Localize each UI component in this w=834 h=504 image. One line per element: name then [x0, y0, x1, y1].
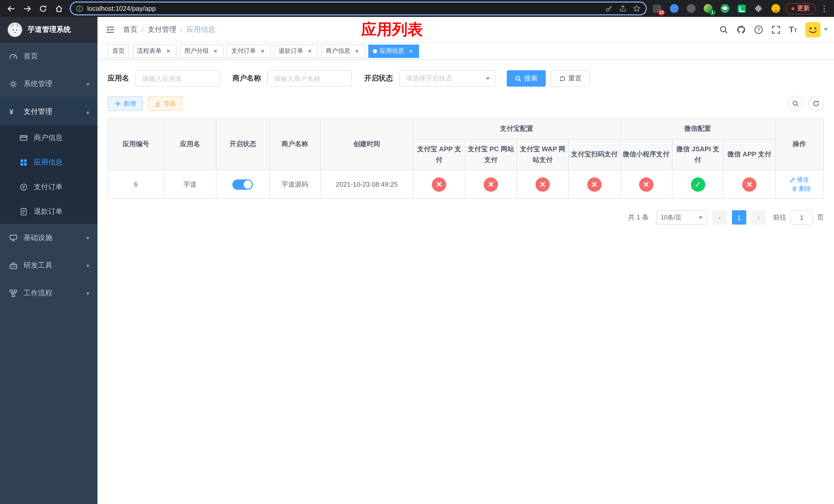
extension-icon-4[interactable]: 1: [703, 3, 713, 14]
close-icon[interactable]: ×: [353, 47, 360, 54]
tab-user-group[interactable]: 用户分组 ×: [179, 44, 224, 58]
address-bar[interactable]: localhost:1024/pay/app: [70, 2, 647, 15]
browser-back-icon[interactable]: [5, 2, 18, 15]
extension-wechat-glyph: [720, 4, 729, 13]
col-header-alipay-app: 支付宝 APP 支付: [413, 139, 465, 170]
font-size-icon[interactable]: TT: [789, 25, 797, 34]
table-tools: [788, 96, 824, 111]
sidebar-item-system[interactable]: 系统管理 ▾: [0, 70, 97, 98]
delete-button[interactable]: 删除: [792, 185, 811, 193]
edit-button[interactable]: 修改: [790, 176, 809, 184]
sidebar-item-merchant-info[interactable]: 商户信息: [0, 125, 97, 150]
cell-alipay-pc: [465, 170, 517, 199]
tab-pay-order[interactable]: 支付订单 ×: [227, 44, 271, 58]
help-icon[interactable]: ?: [754, 25, 763, 34]
sidebar-item-refund-order[interactable]: 退款订单: [0, 200, 97, 224]
sidebar-item-label: 基础设施: [24, 233, 80, 243]
gear-icon: [9, 80, 18, 88]
sidebar-item-payment[interactable]: ¥ 支付管理 ▴: [0, 98, 97, 125]
browser-menu-icon[interactable]: ⋮: [820, 4, 829, 13]
extension-icon-2[interactable]: [669, 3, 679, 14]
browser-forward-icon[interactable]: [21, 2, 33, 15]
app-name-input[interactable]: [135, 70, 220, 87]
cell-actions: 修改 删除: [775, 170, 824, 199]
site-info-icon[interactable]: [76, 5, 83, 12]
page-size-select[interactable]: 10条/页: [656, 210, 707, 225]
refresh-icon: [559, 75, 566, 82]
next-page-button[interactable]: ›: [751, 210, 766, 225]
password-key-icon[interactable]: [605, 5, 613, 12]
sidebar-item-infra[interactable]: 基础设施 ▾: [0, 224, 97, 252]
sidebar-item-home[interactable]: 首页: [0, 43, 97, 70]
credit-card-icon: [20, 134, 28, 142]
page-number-1[interactable]: 1: [732, 210, 746, 225]
update-label: 更新: [797, 4, 810, 13]
col-header-alipay-pc: 支付宝 PC 网站支付: [465, 139, 517, 170]
cell-app-id: 6: [108, 170, 164, 199]
reset-button[interactable]: 重置: [551, 70, 590, 87]
workflow-icon: [9, 289, 18, 297]
goto-label: 前往: [773, 213, 786, 222]
sidebar-item-pay-order[interactable]: 支付订单: [0, 175, 97, 200]
tab-merchant-info[interactable]: 商户信息 ×: [321, 44, 365, 58]
tab-process-form[interactable]: 流程表单 ×: [132, 44, 176, 58]
search-button[interactable]: 搜索: [507, 70, 546, 87]
sidebar-item-label: 工作流程: [24, 289, 80, 298]
page-root: localhost:1024/pay/app 10: [0, 0, 834, 504]
grid-icon: [20, 158, 28, 167]
merchant-name-input[interactable]: [267, 70, 352, 87]
tab-refund-order[interactable]: 退款订单 ×: [274, 44, 318, 58]
status-toggle[interactable]: [233, 180, 253, 190]
breadcrumb-payment[interactable]: 支付管理: [148, 25, 176, 34]
github-icon[interactable]: [737, 25, 746, 34]
tab-label: 用户分组: [184, 47, 209, 55]
browser-reload-icon[interactable]: [37, 2, 49, 15]
close-icon[interactable]: ×: [306, 47, 313, 54]
extension-notes-icon[interactable]: [737, 3, 747, 14]
close-icon[interactable]: ×: [259, 47, 266, 54]
breadcrumb-home[interactable]: 首页: [123, 25, 137, 34]
logo-rabbit-icon: [7, 22, 23, 38]
extension-wechat-icon[interactable]: [720, 3, 730, 14]
fullscreen-icon[interactable]: [771, 25, 781, 34]
add-button[interactable]: 新增: [108, 96, 142, 111]
plus-icon: [114, 100, 121, 107]
breadcrumb-separator: /: [141, 25, 144, 33]
sidebar-item-devtools[interactable]: 研发工具 ▾: [0, 252, 97, 279]
browser-home-icon[interactable]: [53, 2, 65, 15]
app-shell: 芋道管理系统 首页 系统管理 ▾ ¥: [0, 17, 834, 504]
export-button[interactable]: 导出: [148, 96, 182, 111]
extension-icon-3[interactable]: [686, 3, 696, 14]
tab-label: 首页: [112, 47, 125, 55]
share-icon[interactable]: [619, 5, 627, 12]
toggle-search-button[interactable]: [788, 96, 803, 111]
bookmark-star-icon[interactable]: [633, 5, 641, 12]
tab-label: 支付订单: [231, 47, 256, 55]
close-icon[interactable]: ×: [212, 47, 219, 54]
sidebar-logo[interactable]: 芋道管理系统: [0, 17, 97, 43]
goto-page-input[interactable]: [790, 210, 813, 225]
cell-wechat-mini: [620, 170, 672, 199]
url-text[interactable]: localhost:1024/pay/app: [87, 5, 599, 12]
extensions-puzzle-icon[interactable]: [753, 3, 764, 14]
tab-app-info[interactable]: 应用信息 ×: [368, 44, 419, 58]
user-menu[interactable]: [805, 22, 828, 37]
tab-home[interactable]: 首页: [108, 44, 129, 58]
table-toolbar: 新增 导出: [108, 96, 824, 111]
sidebar-fold-icon[interactable]: [97, 17, 123, 42]
status-label: 开启状态: [364, 74, 393, 83]
extension-icon-1[interactable]: 10: [652, 3, 662, 14]
browser-update-button[interactable]: 更新: [786, 3, 815, 14]
refund-doc-icon: [20, 208, 28, 216]
col-group-wechat: 微信配置: [620, 119, 775, 139]
status-select[interactable]: 请选择开启状态: [399, 70, 496, 87]
extension-emoji-icon[interactable]: [770, 3, 781, 14]
refresh-icon: [812, 100, 820, 107]
sidebar-item-app-info[interactable]: 应用信息: [0, 150, 97, 175]
close-icon[interactable]: ×: [164, 47, 172, 54]
close-icon[interactable]: ×: [407, 47, 414, 54]
sidebar-item-workflow[interactable]: 工作流程 ▾: [0, 279, 97, 307]
refresh-table-button[interactable]: [808, 96, 824, 111]
prev-page-button[interactable]: ‹: [712, 210, 727, 225]
search-icon[interactable]: [719, 25, 728, 34]
